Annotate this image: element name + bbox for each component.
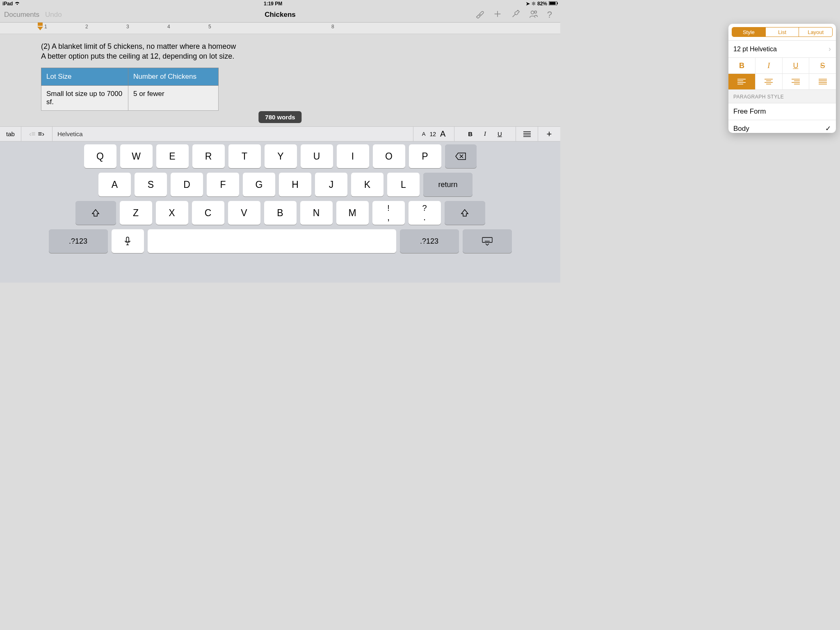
battery-icon (549, 1, 558, 7)
key-y[interactable]: Y (265, 144, 297, 168)
clock: 1:19 PM (264, 1, 282, 7)
return-key[interactable]: return (423, 173, 472, 196)
key-n[interactable]: N (300, 201, 333, 225)
key-z[interactable]: Z (120, 201, 152, 225)
numeric-key-left[interactable]: .?123 (49, 229, 108, 253)
ruler-indent-marker[interactable] (37, 27, 43, 30)
word-count-badge[interactable]: 780 words (258, 111, 301, 123)
share-people-icon[interactable] (529, 9, 538, 20)
key-g[interactable]: G (243, 173, 275, 196)
key-c[interactable]: C (192, 201, 224, 225)
key-d[interactable]: D (171, 173, 203, 196)
numeric-key-right[interactable]: .?123 (400, 229, 459, 253)
key-p[interactable]: P (409, 144, 441, 168)
key-o[interactable]: O (373, 144, 405, 168)
wifi-icon (14, 1, 20, 7)
font-size-stepper[interactable]: A 12 A (413, 127, 454, 141)
indent-icon[interactable]: ≡› (38, 130, 45, 138)
help-icon[interactable]: ? (547, 9, 552, 20)
format-brush-icon[interactable] (475, 9, 484, 20)
table-header[interactable]: Number of Chickens (128, 68, 219, 85)
undo-button[interactable]: Undo (45, 11, 62, 19)
dictation-key[interactable] (112, 229, 144, 253)
key-e[interactable]: E (156, 144, 189, 168)
table-cell[interactable]: Small lot size up to 7000 sf. (41, 85, 128, 110)
add-shortcut[interactable]: + (538, 127, 560, 141)
key-h[interactable]: H (279, 173, 311, 196)
document-canvas[interactable]: (2) A blanket limit of 5 chickens, no ma… (0, 34, 560, 126)
ruler[interactable]: 1 2 3 4 5 8 (0, 23, 560, 34)
shift-key-left[interactable] (75, 201, 116, 225)
key-f[interactable]: F (207, 173, 239, 196)
key-k[interactable]: K (351, 173, 383, 196)
align-shortcut[interactable] (516, 127, 538, 141)
hide-keyboard-key[interactable] (463, 229, 512, 253)
table-header[interactable]: Lot Size (41, 68, 128, 85)
table-cell[interactable]: 5 or fewer (128, 85, 219, 110)
key-v[interactable]: V (228, 201, 260, 225)
key-l[interactable]: L (387, 173, 420, 196)
bold-shortcut[interactable]: B (468, 130, 472, 137)
status-bar: iPad 1:19 PM ➤ ✱ 82% (0, 0, 560, 7)
svg-point-5 (531, 11, 534, 14)
indent-buttons[interactable]: ‹≡ ≡› (21, 127, 52, 141)
key-a[interactable]: A (98, 173, 131, 196)
italic-shortcut[interactable]: I (484, 130, 486, 137)
key-x[interactable]: X (156, 201, 188, 225)
underline-shortcut[interactable]: U (498, 130, 502, 137)
key-r[interactable]: R (192, 144, 225, 168)
key-i[interactable]: I (337, 144, 369, 168)
key-q[interactable]: Q (84, 144, 116, 168)
wrench-icon[interactable] (511, 9, 520, 20)
key-period[interactable]: ?. (409, 201, 441, 225)
location-icon: ➤ (526, 1, 530, 7)
document-title: Chickens (265, 11, 296, 19)
document-table[interactable]: Lot Size Number of Chickens Small lot si… (41, 68, 219, 111)
documents-button[interactable]: Documents (4, 11, 39, 19)
device-label: iPad (2, 1, 13, 7)
svg-rect-30 (482, 237, 492, 242)
tab-key-button[interactable]: tab (0, 127, 21, 141)
body-text-line[interactable]: (2) A blanket limit of 5 chickens, no ma… (41, 41, 560, 51)
body-text-line[interactable]: A better option puts the ceiling at 12, … (41, 51, 560, 61)
svg-point-6 (534, 11, 537, 14)
key-m[interactable]: M (336, 201, 369, 225)
key-t[interactable]: T (228, 144, 261, 168)
add-icon[interactable] (493, 9, 502, 20)
ruler-margin-marker[interactable] (38, 23, 43, 26)
app-toolbar: Documents Undo Chickens ? (0, 7, 560, 23)
outdent-icon[interactable]: ‹≡ (29, 130, 36, 138)
key-s[interactable]: S (135, 173, 167, 196)
battery-percent: 82% (537, 1, 547, 7)
onscreen-keyboard: Q W E R T Y U I O P A S D F G H J K L re… (0, 142, 560, 283)
svg-rect-1 (549, 2, 555, 5)
svg-rect-29 (126, 237, 129, 242)
shift-key-right[interactable] (445, 201, 485, 225)
svg-rect-2 (557, 2, 558, 4)
backspace-key[interactable] (445, 144, 477, 168)
space-key[interactable] (148, 229, 396, 253)
key-b[interactable]: B (264, 201, 297, 225)
font-name-button[interactable]: Helvetica (52, 127, 413, 141)
key-comma[interactable]: !, (372, 201, 405, 225)
key-u[interactable]: U (301, 144, 333, 168)
bluetooth-icon: ✱ (532, 1, 536, 7)
key-j[interactable]: J (315, 173, 347, 196)
key-w[interactable]: W (120, 144, 153, 168)
keyboard-shortcut-bar: tab ‹≡ ≡› Helvetica A 12 A B I U + (0, 126, 560, 142)
